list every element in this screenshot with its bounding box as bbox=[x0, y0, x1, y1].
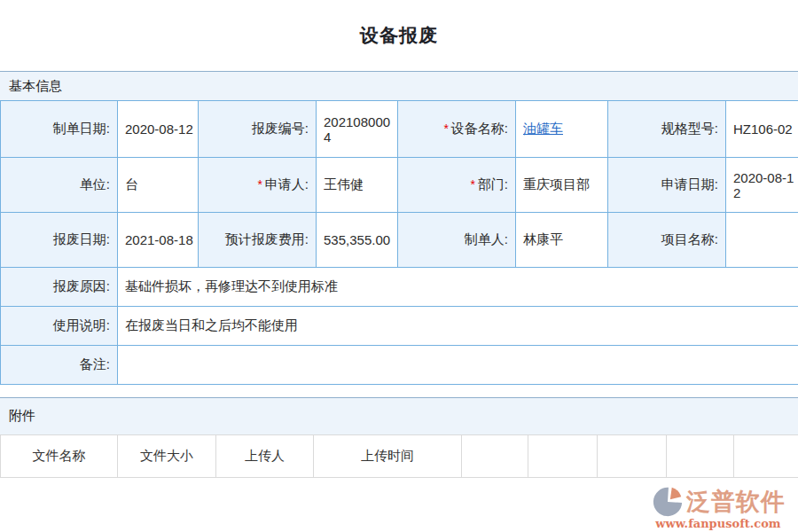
table-row: 使用说明: 在报废当日和之后均不能使用 bbox=[1, 307, 798, 346]
field-label-text: 申请日期: bbox=[661, 176, 718, 192]
field-label-scrap-no: 报废编号: bbox=[199, 101, 317, 158]
section-attachments-title: 附件 bbox=[9, 408, 35, 425]
field-value-unit: 台 bbox=[118, 158, 199, 213]
column-header-empty bbox=[462, 435, 528, 478]
column-header-empty bbox=[734, 435, 798, 478]
field-label-text: 预计报废费用: bbox=[225, 231, 309, 246]
column-header-file-size: 文件大小 bbox=[118, 435, 216, 478]
field-label-text: 部门: bbox=[478, 176, 508, 192]
brand-logo: 泛普软件 www.fanpusoft.com bbox=[651, 485, 786, 530]
brand-logo-top: 泛普软件 bbox=[651, 485, 786, 519]
required-asterisk-icon: * bbox=[470, 177, 474, 192]
column-header-uploader: 上传人 bbox=[216, 435, 314, 478]
field-value-project-name bbox=[726, 213, 798, 268]
field-label-scrap-reason: 报废原因: bbox=[1, 268, 118, 307]
field-value-department: 重庆项目部 bbox=[516, 158, 608, 213]
field-value-scrap-no: 2021080004 bbox=[317, 101, 398, 158]
field-label-text: 使用说明: bbox=[53, 317, 110, 332]
field-value-apply-date: 2020-08-12 bbox=[726, 158, 798, 213]
required-asterisk-icon: * bbox=[257, 177, 262, 192]
field-value-estimated-cost: 535,355.00 bbox=[317, 213, 398, 268]
field-value-make-date: 2020-08-12 bbox=[118, 101, 199, 158]
section-basic-info-title: 基本信息 bbox=[9, 78, 62, 95]
field-label-remark: 备注: bbox=[1, 346, 118, 385]
attachments-table: 文件名称 文件大小 上传人 上传时间 bbox=[0, 434, 798, 478]
field-label-department: *部门: bbox=[398, 158, 516, 213]
brand-url: www.fanpusoft.com bbox=[655, 517, 780, 530]
brand-logo-icon bbox=[651, 485, 685, 519]
field-label-text: 报废日期: bbox=[53, 231, 110, 246]
brand-name: 泛普软件 bbox=[686, 486, 786, 518]
field-value-device-name: 油罐车 bbox=[516, 101, 608, 158]
column-header-empty bbox=[528, 435, 598, 478]
table-row: 单位: 台 *申请人: 王伟健 *部门: 重庆项目部 申请日期: 2020-08… bbox=[1, 158, 798, 213]
basic-info-table: 制单日期: 2020-08-12 报废编号: 2021080004 *设备名称:… bbox=[0, 100, 798, 385]
field-label-make-date: 制单日期: bbox=[1, 101, 118, 158]
column-header-file-name: 文件名称 bbox=[1, 435, 118, 478]
attachments-header-row: 文件名称 文件大小 上传人 上传时间 bbox=[1, 435, 798, 478]
section-attachments: 附件 bbox=[0, 397, 798, 434]
required-asterisk-icon: * bbox=[443, 121, 448, 136]
column-header-empty bbox=[598, 435, 667, 478]
table-row: 备注: bbox=[1, 346, 798, 385]
field-label-text: 项目名称: bbox=[661, 231, 718, 246]
field-label-usage-note: 使用说明: bbox=[1, 307, 118, 346]
field-label-text: 报废编号: bbox=[252, 121, 309, 136]
field-label-maker: 制单人: bbox=[398, 213, 516, 268]
field-label-text: 报废原因: bbox=[53, 278, 110, 293]
footer: 泛普软件 www.fanpusoft.com bbox=[0, 485, 798, 530]
field-label-spec-model: 规格型号: bbox=[608, 101, 726, 158]
field-label-text: 规格型号: bbox=[661, 121, 718, 136]
field-label-scrap-date: 报废日期: bbox=[1, 213, 118, 268]
field-label-project-name: 项目名称: bbox=[608, 213, 726, 268]
table-row: 报废日期: 2021-08-18 预计报废费用: 535,355.00 制单人:… bbox=[1, 213, 798, 268]
field-value-remark bbox=[118, 346, 798, 385]
field-label-device-name: *设备名称: bbox=[398, 101, 516, 158]
field-label-text: 备注: bbox=[80, 356, 110, 372]
field-label-estimated-cost: 预计报废费用: bbox=[199, 213, 317, 268]
column-header-empty bbox=[667, 435, 734, 478]
field-value-usage-note: 在报废当日和之后均不能使用 bbox=[118, 307, 798, 346]
field-value-spec-model: HZ106-02 bbox=[726, 101, 798, 158]
field-value-maker: 林康平 bbox=[516, 213, 608, 268]
column-header-upload-time: 上传时间 bbox=[314, 435, 462, 478]
field-label-text: 设备名称: bbox=[451, 121, 508, 136]
field-value-scrap-date: 2021-08-18 bbox=[118, 213, 199, 268]
page-header: 设备报废 bbox=[0, 0, 798, 71]
field-label-text: 单位: bbox=[80, 176, 110, 192]
field-value-scrap-reason: 基础件损坏，再修理达不到使用标准 bbox=[118, 268, 798, 307]
table-row: 报废原因: 基础件损坏，再修理达不到使用标准 bbox=[1, 268, 798, 307]
field-label-text: 制单日期: bbox=[53, 121, 110, 136]
field-label-apply-date: 申请日期: bbox=[608, 158, 726, 213]
field-value-applicant: 王伟健 bbox=[317, 158, 398, 213]
section-basic-info: 基本信息 bbox=[0, 71, 798, 100]
field-label-text: 申请人: bbox=[265, 176, 309, 192]
field-label-unit: 单位: bbox=[1, 158, 118, 213]
table-row: 制单日期: 2020-08-12 报废编号: 2021080004 *设备名称:… bbox=[1, 101, 798, 158]
field-label-text: 制单人: bbox=[465, 231, 508, 246]
device-name-link[interactable]: 油罐车 bbox=[523, 121, 563, 136]
field-label-applicant: *申请人: bbox=[199, 158, 317, 213]
page-title: 设备报废 bbox=[0, 23, 798, 48]
